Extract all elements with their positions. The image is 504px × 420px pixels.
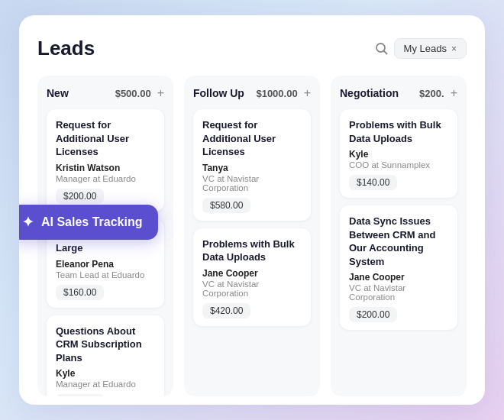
card-role: VC at Navistar Corporation	[349, 283, 448, 302]
card-title: Data Sync Issues Between CRM and Our Acc…	[349, 215, 448, 268]
card-amount: $200.00	[56, 189, 104, 204]
col-header-right-new: $500.00 +	[115, 86, 164, 100]
close-icon[interactable]: ×	[451, 44, 457, 54]
search-icon[interactable]	[375, 42, 388, 55]
card-person: Jane Cooper	[202, 268, 302, 279]
card-followup-0[interactable]: Request for Additional User Licenses Tan…	[193, 109, 311, 221]
ai-badge-label: AI Sales Tracking	[41, 215, 143, 229]
card-title: Request for Additional User Licenses	[202, 118, 302, 159]
card-amount: $160.00	[56, 285, 104, 300]
card-new-0[interactable]: Request for Additional User Licenses Kri…	[47, 109, 164, 212]
card-amount: $200.00	[349, 307, 397, 322]
card-negotiation-1[interactable]: Data Sync Issues Between CRM and Our Acc…	[340, 205, 457, 330]
card-role: Team Lead at Eduardo	[56, 270, 155, 279]
filter-badge[interactable]: My Leads ×	[394, 38, 467, 59]
col-amount-negotiation: $200.	[419, 88, 444, 99]
col-amount-followup: $1000.00	[256, 88, 297, 99]
card-person: Kyle	[56, 368, 155, 379]
col-header-followup: Follow Up $1000.00 +	[193, 86, 311, 100]
col-title-followup: Follow Up	[193, 87, 244, 99]
card-amount: $420.00	[202, 303, 250, 318]
card-negotiation-0[interactable]: Problems with Bulk Data Uploads Kyle COO…	[340, 109, 457, 198]
card-title: Request for Additional User Licenses	[56, 118, 155, 159]
col-add-followup[interactable]: +	[304, 86, 311, 100]
col-amount-new: $500.00	[115, 88, 151, 99]
card-title: Problems with Bulk Data Uploads	[202, 237, 302, 264]
main-card: Leads My Leads × New $500.00 +	[19, 15, 485, 405]
card-person: Kristin Watson	[56, 163, 155, 173]
card-amount: $580.00	[202, 198, 250, 213]
card-person: Tanya	[202, 163, 302, 173]
filter-label: My Leads	[404, 43, 447, 54]
col-header-right-followup: $1000.00 +	[256, 86, 311, 100]
card-followup-1[interactable]: Problems with Bulk Data Uploads Jane Coo…	[193, 228, 311, 326]
card-title: Questions About CRM Subscription Plans	[56, 325, 155, 365]
col-header-new: New $500.00 +	[47, 86, 164, 100]
header: Leads My Leads ×	[37, 37, 467, 60]
card-person: Kyle	[349, 149, 448, 160]
col-title-new: New	[47, 87, 69, 99]
card-amount: $140.00	[349, 175, 397, 190]
col-add-negotiation[interactable]: +	[451, 86, 457, 100]
card-role: VC at Navistar Corporation	[202, 279, 302, 298]
card-amount: $140.00	[56, 394, 104, 396]
col-header-negotiation: Negotiation $200. +	[340, 86, 457, 100]
card-role: VC at Navistar Corporation	[202, 174, 302, 192]
search-filter-row: My Leads ×	[375, 38, 467, 59]
card-person: Jane Cooper	[349, 272, 448, 283]
card-role: Manager at Eduardo	[56, 174, 155, 183]
column-followup: Follow Up $1000.00 + Request for Additio…	[184, 76, 320, 396]
column-negotiation: Negotiation $200. + Problems with Bulk D…	[331, 76, 467, 396]
col-add-new[interactable]: +	[157, 86, 164, 100]
svg-line-1	[383, 51, 386, 54]
card-new-2[interactable]: Questions About CRM Subscription Plans K…	[47, 315, 164, 396]
col-title-negotiation: Negotiation	[340, 87, 399, 99]
ai-sparkle-icon: ✦	[22, 214, 34, 231]
card-role: COO at Sunnamplex	[349, 160, 448, 170]
ai-sales-tracking-badge[interactable]: ✦ AI Sales Tracking	[19, 205, 158, 240]
card-role: Manager at Eduardo	[56, 380, 155, 389]
card-person: Eleanor Pena	[56, 259, 155, 270]
col-header-right-negotiation: $200. +	[419, 86, 457, 100]
card-title: Problems with Bulk Data Uploads	[349, 118, 448, 145]
page-title: Leads	[37, 37, 95, 60]
